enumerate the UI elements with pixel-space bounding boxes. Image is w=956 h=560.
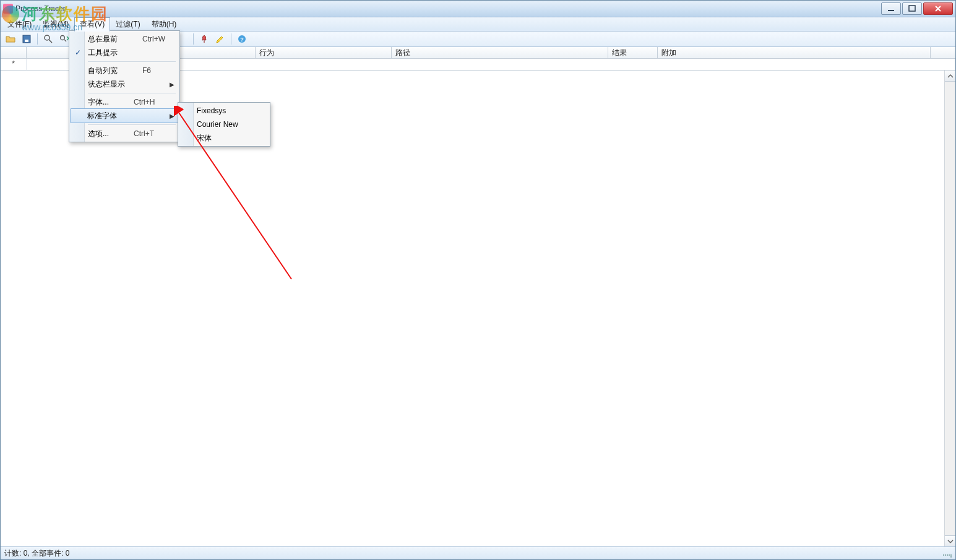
menu-monitor[interactable]: 监视(M) <box>37 17 74 32</box>
menuitem-font-songti[interactable]: 宋体 <box>179 131 269 145</box>
menuitem-font-fixedsys[interactable]: Fixedsys <box>179 104 269 118</box>
menuitem-label: 工具提示 <box>88 48 118 58</box>
close-button[interactable] <box>923 2 953 15</box>
submenu-arrow-icon: ▶ <box>170 81 174 88</box>
view-dropdown: 总在最前 Ctrl+W ✓ 工具提示 自动列宽 F6 状态栏显示 ▶ 字体...… <box>69 30 180 142</box>
help-icon: ? <box>237 34 247 44</box>
chevron-down-icon <box>947 538 954 545</box>
resize-grip[interactable] <box>943 549 952 558</box>
check-icon: ✓ <box>73 48 83 57</box>
menuitem-label: 标准字体 <box>87 111 117 121</box>
menu-separator <box>88 61 176 62</box>
svg-point-6 <box>45 35 50 40</box>
svg-line-7 <box>49 40 52 43</box>
search-next-icon <box>59 34 69 44</box>
menuitem-shortcut: F6 <box>142 66 151 75</box>
vertical-scrollbar[interactable] <box>944 71 955 546</box>
menu-view[interactable]: 查看(V) <box>74 17 110 32</box>
highlight-icon <box>215 34 225 44</box>
col-result[interactable]: 结果 <box>608 47 658 58</box>
tb-open[interactable] <box>3 32 18 46</box>
submenu-arrow-icon: ▶ <box>170 113 174 119</box>
standard-font-submenu: Fixedsys Courier New 宋体 <box>178 102 270 147</box>
tb-help[interactable]: ? <box>235 32 249 46</box>
menu-file[interactable]: 文件(F) <box>2 17 37 32</box>
toolbar-separator <box>231 33 231 45</box>
col-extra[interactable]: 附加 <box>658 47 931 58</box>
statusbar: 计数: 0, 全部事件: 0 <box>1 546 955 559</box>
folder-open-icon <box>6 34 15 44</box>
scroll-up-button[interactable] <box>945 71 955 82</box>
menuitem-shortcut: Ctrl+T <box>134 129 154 138</box>
toolbar-separator <box>193 33 194 45</box>
tb-pin[interactable] <box>197 32 212 46</box>
save-icon <box>22 34 32 44</box>
menuitem-statusbar-display[interactable]: 状态栏显示 ▶ <box>71 77 178 91</box>
col-path[interactable]: 路径 <box>392 47 608 58</box>
chevron-up-icon <box>947 73 954 79</box>
tb-find[interactable] <box>41 32 56 46</box>
menuitem-label: 状态栏显示 <box>88 79 125 90</box>
menubar: 文件(F) 监视(M) 查看(V) 过滤(T) 帮助(H) <box>1 17 955 32</box>
toolbar-separator <box>37 33 38 45</box>
menu-separator <box>88 93 176 93</box>
menuitem-shortcut: Ctrl+H <box>134 98 155 106</box>
svg-text:?: ? <box>240 37 244 43</box>
pin-icon <box>199 34 209 44</box>
tb-highlight[interactable] <box>213 32 228 46</box>
window-title: Process Tracer <box>15 4 66 13</box>
menuitem-label: Courier New <box>197 120 238 129</box>
menuitem-label: 选项... <box>88 129 109 139</box>
search-icon <box>43 34 53 44</box>
menuitem-shortcut: Ctrl+W <box>142 35 165 43</box>
app-window: Process Tracer 文件(F) 监视(M) 查看(V) 过滤(T) 帮… <box>0 0 956 560</box>
maximize-icon <box>907 4 917 14</box>
menuitem-font[interactable]: 字体... Ctrl+H <box>71 95 178 109</box>
menu-filter[interactable]: 过滤(T) <box>110 17 145 32</box>
maximize-button[interactable] <box>902 2 922 15</box>
minimize-icon <box>886 4 896 14</box>
menuitem-font-courier[interactable]: Courier New <box>179 118 269 131</box>
titlebar[interactable]: Process Tracer <box>1 1 955 17</box>
tb-save[interactable] <box>19 32 34 46</box>
menuitem-label: 字体... <box>88 97 109 108</box>
svg-line-9 <box>64 40 66 41</box>
filter-star[interactable]: * <box>1 59 27 70</box>
minimize-button[interactable] <box>881 2 901 15</box>
menuitem-label: 宋体 <box>197 133 212 144</box>
menuitem-standard-font[interactable]: 标准字体 ▶ <box>70 108 179 123</box>
menu-help[interactable]: 帮助(H) <box>146 17 183 32</box>
status-text: 计数: 0, 全部事件: 0 <box>4 548 69 559</box>
menuitem-always-on-top[interactable]: 总在最前 Ctrl+W <box>71 32 178 46</box>
svg-rect-1 <box>909 6 915 11</box>
menuitem-label: Fixedsys <box>197 106 226 115</box>
menu-separator <box>88 124 176 125</box>
menuitem-auto-col-width[interactable]: 自动列宽 F6 <box>71 64 178 77</box>
close-icon <box>933 4 943 14</box>
app-icon <box>3 4 13 14</box>
svg-point-8 <box>61 36 65 40</box>
menuitem-tooltips[interactable]: ✓ 工具提示 <box>71 46 178 59</box>
menuitem-label: 总在最前 <box>88 34 118 45</box>
col-tail[interactable] <box>931 47 955 58</box>
scroll-down-button[interactable] <box>945 535 955 546</box>
svg-rect-5 <box>25 40 28 42</box>
menuitem-label: 自动列宽 <box>88 66 118 76</box>
col-blank[interactable] <box>1 47 27 58</box>
col-action[interactable]: 行为 <box>256 47 392 58</box>
menuitem-options[interactable]: 选项... Ctrl+T <box>71 127 178 140</box>
